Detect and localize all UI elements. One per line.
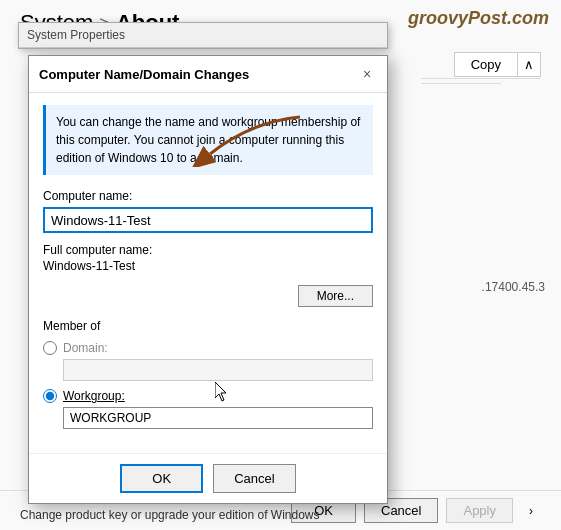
workgroup-radio[interactable] [43, 389, 57, 403]
more-button-row: More... [43, 285, 373, 307]
dialog-info-text: You can change the name and workgroup me… [43, 105, 373, 175]
watermark: groovyPost.com [408, 8, 549, 29]
version-text: .17400.45.3 [482, 280, 545, 294]
bg-remote-text [421, 78, 541, 92]
bottom-apply-button: Apply [446, 498, 513, 523]
dialog-window: Computer Name/Domain Changes × You can c… [28, 55, 388, 504]
member-of-label: Member of [43, 319, 373, 333]
domain-radio-row: Domain: [43, 341, 373, 355]
dialog-body: You can change the name and workgroup me… [29, 93, 387, 453]
copy-chevron-button[interactable]: ∧ [518, 52, 541, 77]
workgroup-radio-row: Workgroup: [43, 389, 373, 403]
system-properties-title: System Properties [27, 28, 125, 42]
system-properties-window: System Properties [18, 22, 388, 49]
copy-label: Copy [471, 57, 501, 72]
workgroup-input[interactable] [63, 407, 373, 429]
domain-label: Domain: [63, 341, 108, 355]
dialog-buttons: OK Cancel [29, 453, 387, 503]
more-button[interactable]: More... [298, 285, 373, 307]
domain-input[interactable] [63, 359, 373, 381]
computer-name-label: Computer name: [43, 189, 373, 203]
system-properties-titlebar: System Properties [19, 23, 387, 48]
workgroup-label: Workgroup: [63, 389, 125, 403]
bottom-change-text: Change product key or upgrade your editi… [20, 508, 320, 522]
domain-radio[interactable] [43, 341, 57, 355]
computer-name-input[interactable] [43, 207, 373, 233]
full-name-label: Full computer name: [43, 243, 373, 257]
full-name-value: Windows-11-Test [43, 259, 373, 273]
copy-button[interactable]: Copy [454, 52, 518, 77]
dialog-close-button[interactable]: × [357, 64, 377, 84]
member-of-section: Member of Domain: Workgroup: [43, 319, 373, 429]
chevron-up-icon: ∧ [524, 57, 534, 72]
bottom-chevron-icon[interactable]: › [521, 501, 541, 521]
copy-button-area[interactable]: Copy ∧ [454, 52, 541, 77]
dialog-title: Computer Name/Domain Changes [39, 67, 249, 82]
dialog-cancel-button[interactable]: Cancel [213, 464, 295, 493]
dialog-ok-button[interactable]: OK [120, 464, 203, 493]
dialog-titlebar: Computer Name/Domain Changes × [29, 56, 387, 93]
